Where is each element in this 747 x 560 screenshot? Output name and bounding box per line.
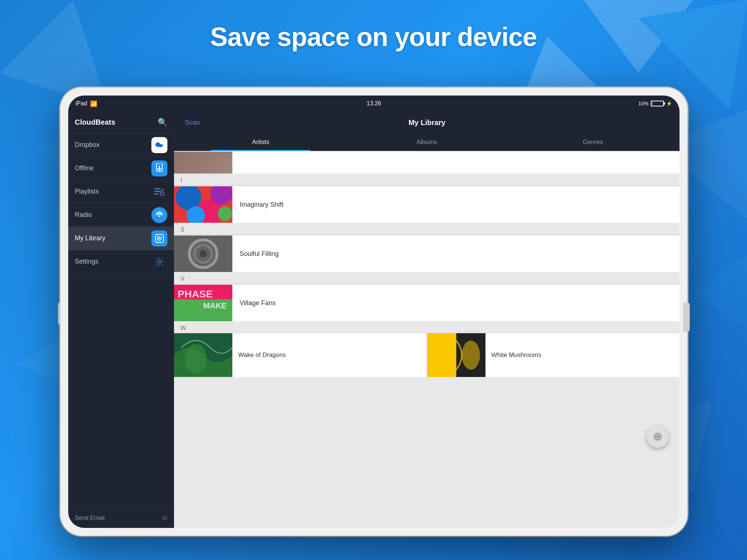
- app-layout: CloudBeats 🔍 Dropbox Offline: [68, 112, 680, 528]
- svg-point-47: [657, 436, 659, 438]
- svg-point-25: [158, 260, 161, 263]
- tab-genres[interactable]: Genres: [510, 133, 676, 151]
- section-header-i: I: [174, 174, 680, 186]
- tabs: Artists Albums Genres: [174, 133, 680, 151]
- page-header-title: Save space on your device: [0, 22, 747, 52]
- radio-icon: [151, 207, 167, 223]
- scan-button[interactable]: Scan: [181, 117, 204, 129]
- sidebar-item-offline[interactable]: Offline: [68, 157, 174, 180]
- section-header-s: S: [174, 223, 680, 235]
- svg-point-23: [159, 238, 160, 239]
- tab-artists[interactable]: Artists: [178, 133, 344, 151]
- main-title: My Library: [204, 118, 650, 127]
- sidebar-item-settings[interactable]: Settings: [68, 250, 174, 273]
- svg-point-41: [185, 344, 207, 373]
- dropbox-icon: [151, 137, 167, 153]
- section-header-w: W: [174, 322, 680, 333]
- artists-list: I: [174, 151, 680, 528]
- settings-icon: [151, 254, 167, 270]
- device-label: iPad: [76, 100, 87, 107]
- artist-row[interactable]: Imaginary Shift: [174, 186, 680, 223]
- svg-text:PHASE: PHASE: [178, 288, 213, 300]
- sidebar-item-radio[interactable]: Radio: [68, 203, 174, 227]
- artist-thumbnail: PHASE MAKE: [174, 285, 232, 321]
- sidebar-item-dropbox[interactable]: Dropbox: [68, 133, 174, 157]
- sidebar-item-playlists[interactable]: Playlists: [68, 180, 174, 203]
- sidebar-item-label: Settings: [75, 258, 98, 265]
- status-time: 13:26: [367, 100, 381, 107]
- sidebar: CloudBeats 🔍 Dropbox Offline: [68, 112, 174, 528]
- artist-row-partial[interactable]: [174, 152, 680, 174]
- section-header-v: V: [174, 273, 680, 284]
- main-content: Scan My Library Artists Albums Genres: [174, 112, 680, 528]
- artist-name: White Mushrooms: [485, 351, 547, 359]
- artist-thumbnail: [174, 186, 232, 223]
- fab-button[interactable]: [647, 426, 669, 448]
- sidebar-item-mylibrary[interactable]: My Library: [68, 227, 174, 250]
- mylibrary-icon: [151, 230, 167, 246]
- main-header: Scan My Library: [174, 112, 680, 133]
- wifi-icon: 📶: [90, 100, 97, 107]
- artist-name: Soulful Filling: [232, 250, 286, 258]
- send-email-label: Send Email: [75, 515, 105, 521]
- svg-text:MAKE: MAKE: [203, 301, 227, 310]
- sidebar-footer[interactable]: Send Email ✉: [68, 508, 174, 528]
- ipad-frame: iPad 📶 13:26 10% ⚡ CloudBeats 🔍: [60, 88, 688, 536]
- artist-name: Wake of Dragons: [232, 351, 292, 359]
- sidebar-item-label: Offline: [75, 164, 94, 172]
- artist-thumbnail: [174, 333, 232, 377]
- envelope-icon: ✉: [162, 514, 167, 522]
- artist-row-double: Wake of Dragons: [174, 333, 680, 377]
- sidebar-item-label: Radio: [75, 211, 92, 219]
- sidebar-item-label: Dropbox: [75, 141, 100, 149]
- ipad-screen: iPad 📶 13:26 10% ⚡ CloudBeats 🔍: [68, 96, 680, 528]
- artist-thumbnail: [174, 236, 232, 272]
- battery-percent: 10%: [638, 101, 649, 106]
- svg-point-44: [462, 341, 480, 370]
- svg-point-20: [159, 215, 160, 217]
- playlists-icon: [151, 184, 167, 200]
- artist-row[interactable]: Soulful Filling: [174, 236, 680, 272]
- battery-indicator: [651, 101, 664, 106]
- ipad-side-button: [58, 303, 60, 324]
- sidebar-header: CloudBeats 🔍: [68, 112, 174, 133]
- artist-name: Village Fans: [232, 299, 283, 307]
- artist-row[interactable]: PHASE MAKE Village Fans: [174, 285, 680, 321]
- charging-icon: ⚡: [666, 101, 672, 106]
- artist-card-white[interactable]: White Mushrooms: [427, 333, 680, 377]
- sidebar-item-label: My Library: [75, 234, 105, 242]
- status-right: 10% ⚡: [638, 101, 672, 106]
- offline-icon: [151, 160, 167, 176]
- svg-point-35: [200, 250, 207, 257]
- artist-thumbnail: [427, 333, 485, 377]
- svg-line-19: [162, 189, 164, 190]
- tab-albums[interactable]: Albums: [344, 133, 510, 151]
- status-left: iPad 📶: [76, 100, 97, 107]
- sidebar-items: Dropbox Offline: [68, 133, 174, 508]
- svg-point-31: [218, 206, 232, 221]
- ipad-home-button[interactable]: [683, 303, 690, 332]
- sidebar-item-label: Playlists: [75, 188, 99, 195]
- svg-point-17: [160, 192, 164, 196]
- artist-card-wake[interactable]: Wake of Dragons: [174, 333, 426, 377]
- search-icon[interactable]: 🔍: [158, 118, 167, 127]
- sidebar-title: CloudBeats: [75, 118, 115, 127]
- status-bar: iPad 📶 13:26 10% ⚡: [68, 96, 680, 112]
- battery-fill: [652, 102, 653, 105]
- artist-name: Imaginary Shift: [232, 201, 291, 209]
- svg-marker-7: [693, 255, 747, 328]
